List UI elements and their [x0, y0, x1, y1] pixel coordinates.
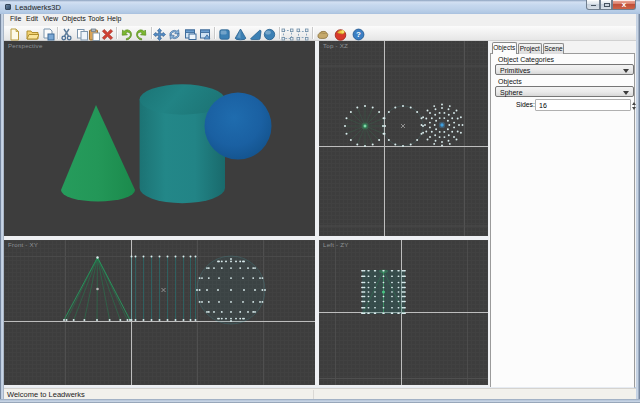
svg-text:?: ?: [356, 30, 361, 39]
